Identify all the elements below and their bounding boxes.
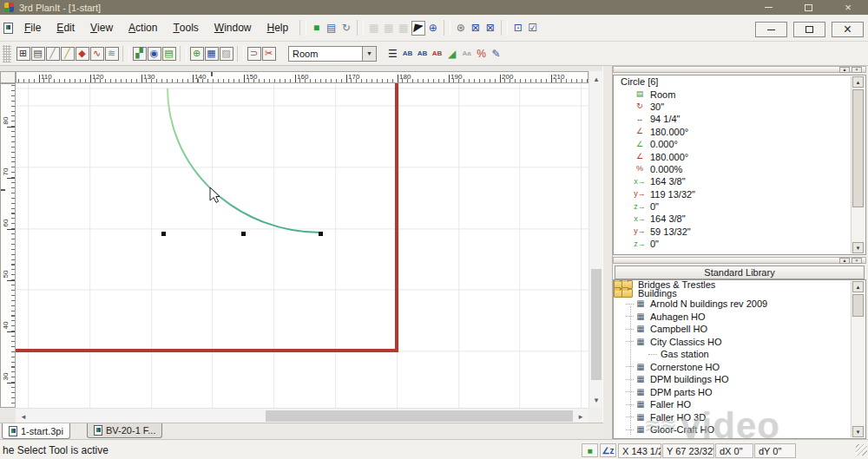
library-item[interactable]: ▦Arnold N buildings rev 2009 (614, 298, 865, 311)
scroll-thumb[interactable] (852, 89, 864, 207)
text-style-icon[interactable]: Aa (460, 46, 474, 61)
library-item[interactable]: ▦Faller HO (614, 398, 865, 411)
property-row[interactable]: ∠180.000° (614, 150, 865, 162)
survey-tool-icon[interactable]: ⊕ (426, 21, 440, 36)
library-scrollbar[interactable]: ▲ ▼ (851, 281, 865, 437)
property-row[interactable]: y→119 13/32" (614, 188, 865, 200)
easement-icon[interactable]: ≋ (105, 47, 119, 61)
menu-view[interactable]: View (82, 15, 121, 41)
close-button[interactable]: × (828, 0, 868, 15)
switch-tool-icon[interactable]: ◆ (76, 47, 89, 61)
tab-1-start-3pi[interactable]: 1-start.3pi (2, 423, 70, 439)
scroll-down-icon[interactable]: ▾ (589, 394, 603, 406)
scroll-thumb[interactable] (852, 294, 864, 317)
layer-list-icon[interactable]: ☰ (386, 46, 400, 61)
helix-icon[interactable]: ◉ (148, 47, 161, 61)
ties-icon[interactable]: ▤ (31, 47, 45, 61)
line-tool-icon[interactable]: ╱ (46, 47, 60, 61)
property-row[interactable]: z→0" (614, 200, 865, 213)
grade-view-icon[interactable]: ◢ (445, 46, 459, 61)
property-row[interactable]: ↻30" (614, 101, 865, 113)
scenery-icon[interactable]: ⊕ (190, 47, 204, 61)
textures-icon[interactable]: ▤ (325, 21, 339, 36)
chevron-down-icon[interactable]: ▼ (362, 47, 376, 61)
layer-ab-2-icon[interactable]: AB (416, 46, 430, 61)
layer-combobox[interactable]: Room ▼ (288, 46, 377, 62)
zoom-selection-icon[interactable]: ⊠ (483, 21, 497, 36)
property-row[interactable]: ↔94 1/4" (614, 113, 865, 125)
view-3d-icon[interactable]: ■ (310, 21, 324, 36)
scroll-down-icon[interactable]: ▼ (852, 242, 864, 253)
scroll-up-icon[interactable]: ▴ (589, 73, 603, 85)
track-tool-icon[interactable]: ╱ (61, 47, 75, 61)
scroll-right-icon[interactable]: ▸ (575, 409, 587, 423)
view-3d-toggle-button[interactable]: ■ (582, 443, 598, 457)
panel-splitter[interactable] (602, 66, 613, 439)
scroll-down-icon[interactable]: ▼ (852, 426, 864, 437)
vertical-scroll-thumb[interactable] (591, 269, 602, 380)
selection-handle[interactable] (241, 232, 246, 236)
menu-edit[interactable]: Edit (49, 15, 82, 41)
collapse-icon[interactable]: ▲ (839, 258, 850, 264)
table-icon[interactable]: ▦ (205, 47, 219, 61)
property-row[interactable]: %0.000% (614, 163, 865, 175)
menu-help[interactable]: Help (260, 15, 297, 41)
selection-handle[interactable] (161, 232, 166, 236)
object-properties-icon[interactable]: ✎ (490, 46, 503, 61)
toolbar-grip[interactable] (3, 45, 11, 62)
scroll-up-icon[interactable]: ▲ (852, 76, 864, 88)
flex-track-icon[interactable]: ∿ (90, 47, 104, 61)
property-row[interactable]: z→0" (614, 238, 865, 250)
run-trains-icon[interactable]: ▦ (367, 21, 381, 36)
resize-grip[interactable] (856, 444, 867, 456)
layers-stack-icon[interactable]: ▤ (162, 47, 176, 61)
background-image-icon[interactable]: ▨ (220, 47, 233, 61)
library-item[interactable]: ▦Cornerstone HO (614, 361, 865, 374)
canvas-horizontal-scrollbar[interactable]: ◂ ▸ (16, 408, 589, 423)
library-item[interactable]: ▦City Classics HO (614, 336, 865, 349)
library-item[interactable]: ▦Campbell HO (614, 323, 865, 336)
scroll-left-icon[interactable]: ◂ (17, 409, 30, 423)
part-tool-icon[interactable]: ⊛ (454, 21, 468, 36)
horizontal-scroll-thumb[interactable] (266, 410, 573, 422)
menu-window[interactable]: Window (207, 15, 260, 41)
layer-ab-3-icon[interactable]: AB (431, 46, 444, 61)
close-pane-icon[interactable]: × (852, 67, 862, 73)
layout-canvas[interactable] (16, 83, 589, 408)
library-item[interactable]: ▦Gloor-Craft HO (614, 423, 865, 436)
minimize-button[interactable] (748, 0, 788, 15)
property-row[interactable]: ∠0.000° (614, 138, 865, 150)
canvas-vertical-scrollbar[interactable]: ▴ ▾ (589, 71, 602, 408)
grid-snap-icon[interactable]: ⊞ (16, 47, 30, 61)
refresh-icon[interactable]: ↻ (339, 21, 353, 36)
mdi-close-button[interactable]: × (832, 22, 864, 37)
window-view-icon[interactable]: ⊡ (511, 21, 525, 36)
cut-tool-icon[interactable]: ✂ (262, 47, 276, 61)
curve-tool-icon[interactable]: ⊃ (247, 47, 261, 61)
library-item[interactable]: Buildings (614, 289, 625, 298)
menu-tools[interactable]: Tools (165, 15, 206, 41)
layer-ab-1-icon[interactable]: AB (401, 46, 415, 61)
terrain-icon[interactable]: ▞ (133, 47, 147, 61)
select-tool-icon[interactable]: ◤ (411, 21, 425, 36)
checklist-icon[interactable]: ☑ (526, 21, 540, 36)
menu-action[interactable]: Action (121, 15, 165, 41)
collapse-icon[interactable]: ▲ (839, 67, 850, 73)
train-consist-icon[interactable]: ▦ (397, 21, 411, 36)
selection-handle[interactable] (319, 232, 323, 236)
scroll-up-icon[interactable]: ▲ (852, 281, 864, 292)
library-item[interactable]: Gas station (614, 348, 865, 361)
library-item[interactable]: ▦Faller HO 3D (614, 411, 865, 424)
selected-circle-curve[interactable] (16, 83, 589, 408)
property-row[interactable]: y→59 13/32" (614, 226, 865, 238)
close-pane-icon[interactable]: × (852, 258, 862, 264)
mdi-minimize-button[interactable] (755, 22, 787, 37)
maximize-button[interactable] (788, 0, 828, 15)
library-splitter-bar[interactable]: ▲ × (613, 257, 866, 264)
grade-percent-icon[interactable]: % (475, 46, 489, 61)
property-row[interactable]: ∠180.000° (614, 126, 865, 138)
library-item[interactable]: ▦DPM buildings HO (614, 373, 865, 386)
library-item[interactable]: ▦DPM parts HO (614, 386, 865, 399)
zoom-extents-icon[interactable]: ⊠ (469, 21, 483, 36)
train-throttle-icon[interactable]: ▦ (382, 21, 396, 36)
